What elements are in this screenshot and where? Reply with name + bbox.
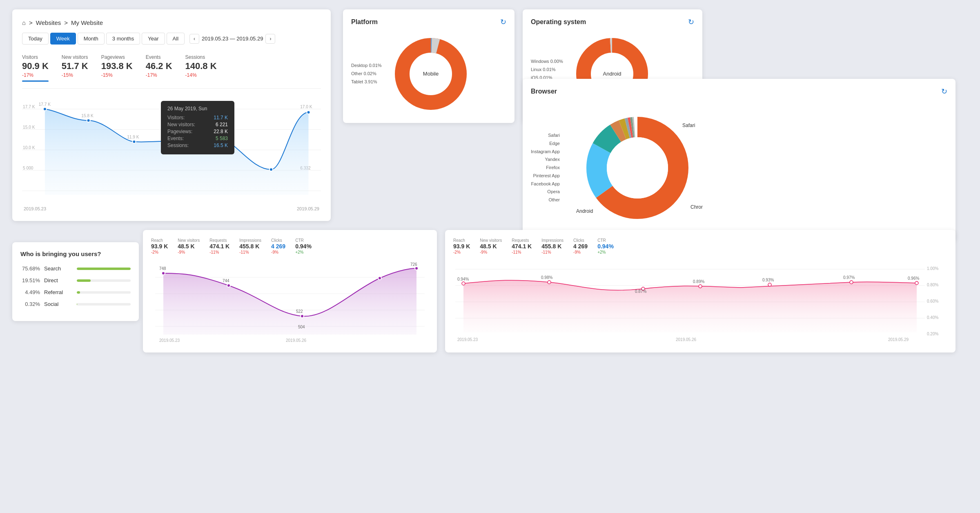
browser-label-instagram: Instagram App bbox=[531, 148, 560, 156]
reach-stat-ctr: CTR 0.94% +2% bbox=[295, 238, 312, 254]
svg-point-71 bbox=[915, 281, 918, 285]
browser-chart-chrome-label: Chrome bbox=[690, 204, 703, 210]
browser-labels-left: Safari Edge Instagram App Yandex Firefox… bbox=[531, 132, 560, 204]
svg-text:522: 522 bbox=[296, 309, 303, 314]
svg-text:2019.05.26: 2019.05.26 bbox=[286, 338, 306, 343]
browser-chart-android-label: Android bbox=[576, 208, 593, 214]
svg-text:726: 726 bbox=[410, 262, 417, 267]
visitors-chart[interactable]: 17.7 K 15.0 K 10.0 K 5 000 17.0 K 6.332 bbox=[22, 97, 321, 203]
ctr-stat-clicks: Clicks 4 269 -9% bbox=[573, 238, 588, 254]
ctr-stat-ctr: CTR 0.94% +2% bbox=[597, 238, 614, 254]
svg-text:Mobile: Mobile bbox=[423, 71, 438, 77]
stat-visitors-value: 90.9 K bbox=[22, 61, 49, 71]
os-refresh-icon[interactable]: ↻ bbox=[688, 18, 694, 27]
source-social-bar-container bbox=[77, 303, 131, 306]
users-title: Who is bringing you users? bbox=[20, 250, 131, 257]
stat-pageviews-value: 193.8 K bbox=[101, 61, 133, 71]
breadcrumb-websites[interactable]: Websites bbox=[36, 19, 61, 26]
platform-donut-labels: Desktop 0.01% Other 0.02% Tablet 3.91% bbox=[351, 62, 382, 86]
date-axis: 2019.05.23 2019.05.29 bbox=[22, 206, 321, 211]
svg-text:0.87%: 0.87% bbox=[635, 289, 646, 294]
svg-text:2019.05.29: 2019.05.29 bbox=[888, 337, 909, 342]
svg-point-13 bbox=[132, 140, 136, 143]
svg-text:0.93%: 0.93% bbox=[762, 278, 774, 282]
source-search-name: Search bbox=[44, 265, 73, 272]
source-social-bar bbox=[77, 303, 77, 306]
reach-stat-clicks: Clicks 4 269 -9% bbox=[271, 238, 285, 254]
reach-stat-reach: Reach 93.9 K -2% bbox=[151, 238, 168, 254]
platform-refresh-icon[interactable]: ↻ bbox=[500, 18, 506, 27]
stat-events: Events 46.2 K -17% bbox=[146, 54, 172, 82]
stat-pageviews-label: Pageviews bbox=[101, 54, 133, 60]
ctr-stats-row: Reach 93.9 K -2% New visitors 48.5 K -9%… bbox=[453, 238, 947, 254]
browser-label-opera: Opera bbox=[531, 188, 560, 196]
breadcrumb-sep2: > bbox=[64, 19, 68, 26]
reach-card: Reach 93.9 K -2% New visitors 48.5 K -9%… bbox=[143, 230, 437, 352]
platform-card: Platform ↻ Desktop 0.01% Other 0.02% Tab… bbox=[343, 9, 514, 123]
platform-title: Platform bbox=[351, 18, 378, 26]
browser-label-facebook: Facebook App bbox=[531, 180, 560, 188]
svg-point-66 bbox=[548, 281, 551, 284]
browser-label-firefox: Firefox bbox=[531, 164, 560, 172]
svg-text:2019.05.26: 2019.05.26 bbox=[676, 337, 696, 342]
browser-label-other: Other bbox=[531, 196, 560, 204]
browser-chart-safari-label: Safari bbox=[682, 123, 695, 128]
svg-text:0.98%: 0.98% bbox=[541, 275, 552, 280]
os-label-linux: Linux 0.01% bbox=[531, 66, 563, 74]
filter-month[interactable]: Month bbox=[78, 33, 105, 45]
stat-new-visitors-change: -15% bbox=[62, 72, 88, 78]
stat-visitors-label: Visitors bbox=[22, 54, 49, 60]
time-filters: Today Week Month 3 months Year All ‹ 201… bbox=[22, 33, 321, 45]
svg-point-16 bbox=[307, 111, 310, 114]
breadcrumb: ⌂ > Websites > My Website bbox=[22, 19, 321, 26]
date-navigation: ‹ 2019.05.23 — 2019.05.29 › bbox=[189, 34, 275, 44]
filter-year[interactable]: Year bbox=[142, 33, 165, 45]
svg-text:11.7 K: 11.7 K bbox=[169, 134, 181, 138]
svg-text:0.40%: 0.40% bbox=[927, 315, 938, 320]
stat-visitors-change: -17% bbox=[22, 72, 49, 78]
os-label-windows: Windows 0.00% bbox=[531, 58, 563, 66]
svg-point-45 bbox=[227, 284, 230, 287]
svg-point-47 bbox=[378, 277, 381, 280]
source-direct-pct: 19.51% bbox=[20, 277, 40, 283]
platform-label-tablet: Tablet 3.91% bbox=[351, 78, 382, 86]
prev-date-button[interactable]: ‹ bbox=[189, 34, 199, 44]
svg-text:2019.05.23: 2019.05.23 bbox=[159, 338, 180, 343]
platform-label-other: Other 0.02% bbox=[351, 70, 382, 78]
reach-chart[interactable]: 748 744 522 504 726 2019.05.23 2019.05.2… bbox=[151, 261, 429, 343]
svg-text:0.80%: 0.80% bbox=[927, 283, 938, 287]
svg-text:504: 504 bbox=[298, 325, 305, 329]
ctr-stat-new-visitors: New visitors 48.5 K -9% bbox=[480, 238, 502, 254]
main-analytics-card: ⌂ > Websites > My Website Today Week Mon… bbox=[12, 9, 331, 221]
browser-content: Safari Edge Instagram App Yandex Firefox… bbox=[531, 103, 947, 233]
source-social-pct: 0.32% bbox=[20, 301, 40, 307]
stat-events-change: -17% bbox=[146, 72, 172, 78]
filter-all[interactable]: All bbox=[167, 33, 185, 45]
stat-events-label: Events bbox=[146, 54, 172, 60]
browser-label-safari: Safari bbox=[531, 132, 560, 140]
source-direct-name: Direct bbox=[44, 277, 73, 283]
next-date-button[interactable]: › bbox=[265, 34, 275, 44]
stat-sessions-change: -14% bbox=[185, 72, 217, 78]
platform-donut-area: Desktop 0.01% Other 0.02% Tablet 3.91% M… bbox=[351, 33, 506, 115]
svg-text:0.20%: 0.20% bbox=[927, 332, 938, 336]
svg-text:0.96%: 0.96% bbox=[908, 276, 919, 281]
stat-visitors-underline bbox=[22, 80, 49, 82]
browser-refresh-icon[interactable]: ↻ bbox=[941, 87, 947, 96]
home-icon: ⌂ bbox=[22, 19, 26, 26]
dashboard: ⌂ > Websites > My Website Today Week Mon… bbox=[12, 9, 968, 504]
ctr-chart[interactable]: 1.00% 0.80% 0.60% 0.40% 0.20% 0.94% 0.98… bbox=[453, 261, 947, 343]
svg-text:17.7 K: 17.7 K bbox=[39, 102, 51, 107]
ctr-stat-impressions: Impressions 455.8 K -11% bbox=[541, 238, 564, 254]
svg-text:5 000: 5 000 bbox=[23, 166, 33, 170]
platform-card-header: Platform ↻ bbox=[351, 18, 506, 27]
filter-3months[interactable]: 3 months bbox=[106, 33, 140, 45]
source-referral-pct: 4.49% bbox=[20, 289, 40, 295]
stat-pageviews: Pageviews 193.8 K -15% bbox=[101, 54, 133, 82]
stat-new-visitors-label: New visitors bbox=[62, 54, 88, 60]
filter-week[interactable]: Week bbox=[50, 33, 76, 45]
svg-point-65 bbox=[462, 282, 465, 285]
svg-text:15.0 K: 15.0 K bbox=[23, 125, 35, 129]
source-direct-bar-container bbox=[77, 279, 131, 282]
filter-today[interactable]: Today bbox=[22, 33, 49, 45]
